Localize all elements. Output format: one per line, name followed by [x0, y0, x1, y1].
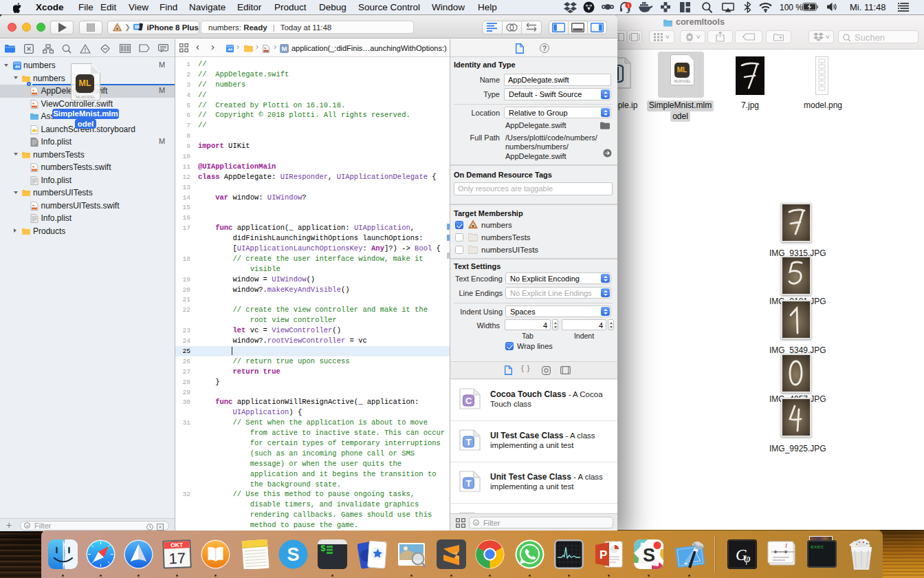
svg-text:S: S	[642, 545, 654, 566]
svg-text:T: T	[465, 478, 472, 489]
svg-text:exec: exec	[811, 544, 824, 550]
svg-text:S: S	[287, 544, 299, 565]
svg-text:φ: φ	[744, 552, 750, 565]
svg-text:OKT: OKT	[170, 542, 183, 549]
svg-text:17: 17	[168, 550, 186, 568]
svg-text:!: !	[628, 3, 630, 9]
svg-text:P: P	[600, 548, 607, 561]
svg-text:T: T	[465, 437, 472, 447]
svg-text:C: C	[465, 396, 472, 406]
svg-text:$: $	[320, 544, 326, 554]
